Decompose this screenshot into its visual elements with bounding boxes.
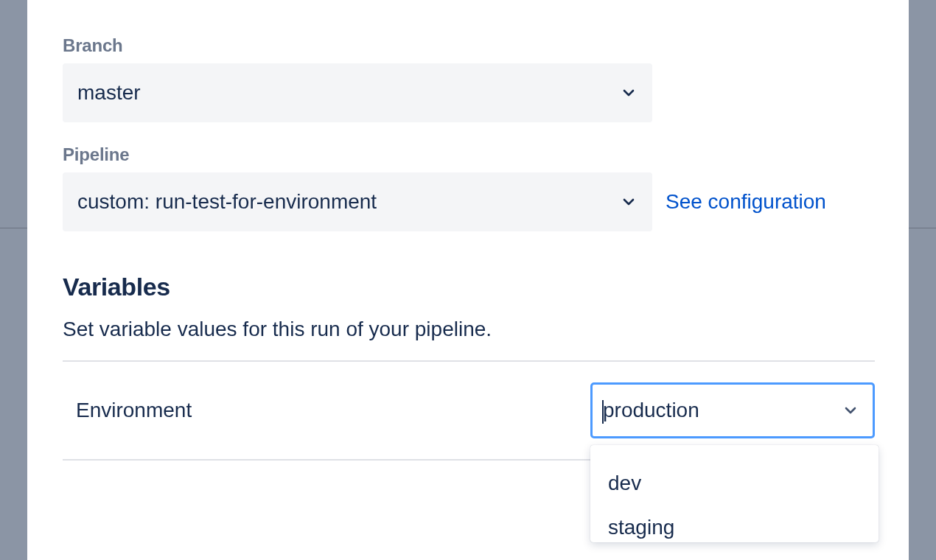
text-cursor — [602, 400, 604, 424]
pipeline-select[interactable]: custom: run-test-for-environment — [63, 172, 652, 231]
pipeline-label: Pipeline — [63, 144, 873, 165]
variable-row: Environment production dev staging — [63, 362, 875, 459]
chevron-down-icon — [842, 402, 859, 419]
variables-table: Environment production dev staging — [63, 360, 875, 461]
dropdown-option-dev[interactable]: dev — [590, 461, 879, 505]
variables-heading: Variables — [63, 273, 873, 301]
variables-description: Set variable values for this run of your… — [63, 318, 873, 341]
pipeline-select-value: custom: run-test-for-environment — [77, 190, 377, 214]
branch-field-group: Branch master — [63, 35, 873, 122]
pipeline-run-modal: Branch master Pipeline custom: run-test-… — [27, 0, 909, 560]
pipeline-row: custom: run-test-for-environment See con… — [63, 172, 873, 231]
environment-select-value: production — [603, 399, 699, 422]
chevron-down-icon — [620, 193, 638, 211]
branch-select-value: master — [77, 81, 141, 105]
pipeline-field-group: Pipeline custom: run-test-for-environmen… — [63, 144, 873, 231]
branch-label: Branch — [63, 35, 873, 56]
environment-dropdown-menu: dev staging — [590, 445, 879, 542]
see-configuration-link[interactable]: See configuration — [666, 190, 826, 214]
dropdown-option-staging[interactable]: staging — [590, 505, 879, 542]
chevron-down-icon — [620, 84, 638, 102]
variable-name: Environment — [76, 399, 192, 422]
environment-select[interactable]: production dev staging — [590, 382, 875, 438]
branch-select[interactable]: master — [63, 63, 652, 122]
